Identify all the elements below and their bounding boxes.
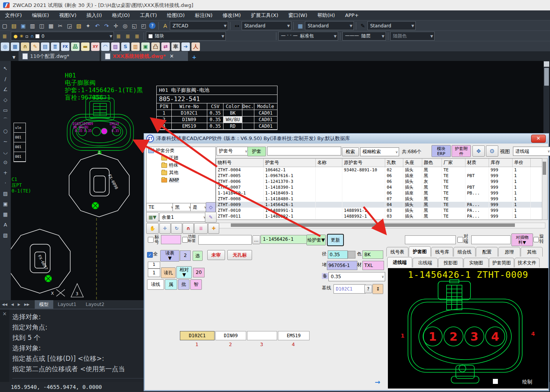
match-properties-icon[interactable]: ✦ [84, 22, 92, 30]
close-command-icon[interactable]: ✕ [3, 311, 7, 317]
module-erp-button[interactable]: 模块ERP [432, 145, 451, 157]
table-header-10[interactable]: 单价 [513, 159, 531, 167]
sheath-attachment-button[interactable]: 护套附件 [452, 145, 471, 157]
pink-list-button[interactable]: ≣ [194, 223, 208, 234]
rectangle-icon[interactable]: ▭ [1, 106, 10, 114]
function-field[interactable] [198, 235, 252, 245]
table-header-0[interactable]: 物料号 [216, 159, 264, 167]
menu-4[interactable]: 格式(O) [107, 12, 135, 19]
view-mode-select[interactable]: 进线端∨ [513, 147, 550, 156]
flag-select[interactable]: 是∨ [190, 203, 208, 211]
rotate-button[interactable]: ↻ [171, 223, 182, 234]
stamp-icon[interactable]: 凸 [151, 42, 160, 51]
pan-icon[interactable]: ✛ [112, 22, 120, 30]
attr-button[interactable]: 属 [165, 279, 177, 290]
first-layout-icon[interactable]: ◀◀ [0, 302, 9, 306]
opp-field-1[interactable] [405, 235, 456, 244]
new-icon[interactable]: ▢ [1, 22, 8, 30]
tree-item-特殊[interactable]: 特殊 [147, 162, 215, 169]
layer-lock-icon[interactable]: ∩ [30, 34, 34, 39]
update-button[interactable]: 更新 [327, 234, 344, 246]
tab-原理[interactable]: 原理 [498, 247, 520, 257]
print-preview-icon[interactable]: ◫ [38, 22, 46, 30]
layout-tab-Layout2[interactable]: Layout2 [81, 300, 109, 309]
layer-states-icon[interactable]: ≣ [133, 32, 141, 40]
point-icon[interactable]: · [1, 179, 10, 187]
tree-item-正翅[interactable]: 正翅 [147, 154, 215, 162]
draw-sheath-button[interactable]: 绘护套▼ [306, 235, 326, 245]
dialog-titlebar[interactable]: ZT 泽泰科技线束CAD/CAPP软件 (版本：V6.9.50) By(泽泰科技… [144, 133, 549, 144]
mtext-icon[interactable]: A [1, 220, 10, 229]
cart-icon[interactable]: 車 [171, 42, 180, 51]
next-page-arrow[interactable]: → [375, 378, 380, 386]
zoom-previous-icon[interactable]: ◰ [140, 22, 147, 30]
cut-icon[interactable]: ✂ [56, 22, 64, 30]
search-type-select[interactable]: 护套号∨ [217, 147, 249, 155]
table-row[interactable]: ZTHT-00111-1488992-11488992-103插头黑TEPA..… [216, 213, 542, 219]
lineweight-select[interactable]: ——— 随层▼ [342, 32, 386, 41]
xline-icon[interactable]: ∠ [1, 85, 10, 93]
pick-button[interactable]: 选 [193, 251, 203, 261]
diameter-field[interactable]: 0.35 [328, 250, 348, 259]
table-style-select[interactable]: Standard▼ [305, 21, 354, 30]
scroll-thumb[interactable] [544, 68, 549, 86]
tab-其他[interactable]: 其他 [521, 247, 543, 257]
layer-plot-icon[interactable]: ▫ [25, 34, 29, 39]
make-current-layer-icon[interactable]: ≣ [115, 32, 122, 40]
wire-cell-4[interactable]: EMS19 [278, 331, 310, 340]
tree-item-其他[interactable]: 其他 [147, 169, 215, 176]
wire-cell-3[interactable] [247, 331, 277, 340]
color-filter-select[interactable]: 黑∨ [173, 203, 192, 211]
gray-swatch[interactable] [348, 251, 355, 259]
doc-icon[interactable]: ▤ [41, 42, 49, 51]
form-icon[interactable]: ▥ [131, 42, 140, 51]
move-button[interactable]: ✛ [159, 223, 171, 234]
linetype-select[interactable]: — · · — 标准包▼ [278, 32, 338, 41]
layer-manager-icon[interactable]: ≣ [1, 32, 8, 40]
org-chart-icon[interactable]: 品 [71, 42, 80, 51]
layer-select[interactable]: ● ✳ ▫ ∩ 0 ▼ [11, 32, 114, 41]
tab-进线端[interactable]: 进线端 [387, 257, 412, 267]
table-header-7[interactable]: 厂家 [442, 159, 465, 167]
menu-7[interactable]: 标注(N) [190, 12, 218, 19]
open-icon[interactable]: ▤ [10, 22, 18, 30]
tab-配置[interactable]: 配置 [476, 247, 498, 257]
zoom-realtime-icon[interactable]: ◎ [121, 22, 129, 30]
save-icon[interactable]: ▣ [19, 22, 27, 30]
search-mode-select[interactable]: 模糊检索∨ [360, 147, 399, 156]
diamond-button[interactable]: ◇ [206, 202, 216, 212]
table-header-9[interactable]: 库存 [489, 159, 513, 167]
rotate-checkbox[interactable] [533, 237, 539, 242]
table-row[interactable]: ZTHT-00091-1456426-104插头黑TEPA...9991 [216, 202, 542, 208]
arc-icon[interactable]: ⌒ [1, 116, 10, 125]
pointer-icon[interactable]: ↖ [1, 64, 10, 73]
ruler-icon[interactable]: ▬ [81, 42, 90, 51]
table-row[interactable]: ZTHT-00081-1418480-107插头黑TE9991 [216, 196, 542, 202]
circle-icon[interactable]: ○ [1, 127, 10, 135]
mleader-style-select[interactable]: Standard▼ [367, 21, 416, 30]
table-header-8[interactable]: 材质 [465, 159, 489, 167]
swap-updown-button[interactable]: ↕ [372, 284, 383, 294]
polygon-icon[interactable]: ◇ [1, 95, 10, 104]
table-header-5[interactable]: 头座 [403, 159, 422, 167]
read-count-field[interactable]: 2 [180, 250, 191, 261]
tab-投影图[interactable]: 投影图 [438, 258, 463, 267]
gradient-icon[interactable]: ▧ [1, 231, 10, 239]
wire-cell-2[interactable]: DIN09 [215, 331, 246, 340]
paste-icon[interactable]: ▧ [75, 22, 83, 30]
table-filter-button[interactable]: ▦▼ [146, 212, 159, 222]
table-header-2[interactable]: 名称 [316, 159, 342, 167]
wirecolor-field[interactable]: BK [362, 250, 383, 259]
selected-part-field[interactable]: 1-1456426-1 [261, 235, 307, 244]
menu-5[interactable]: 工具(T) [135, 12, 162, 19]
tab-护套简图[interactable]: 护套简图 [489, 258, 514, 267]
menu-8[interactable]: 修改(M) [218, 12, 246, 19]
last-layout-icon[interactable]: ▶▶ [22, 302, 32, 306]
table-row[interactable]: ZTHT-00101-1488991-11488991-103插头黑TEPA..… [216, 208, 542, 213]
menu-1[interactable]: 编辑(E) [27, 12, 54, 19]
function-label-checkbox[interactable] [182, 237, 188, 243]
command-window[interactable]: ✕ 选择对象:指定对角点:找到 5 个选择对象:指定基点或 [位移(D)] <位… [0, 309, 144, 383]
close-tab-icon[interactable]: ✕ [169, 53, 174, 59]
puzzle-icon[interactable]: ❖ [472, 145, 485, 157]
mark-checkbox[interactable] [148, 237, 154, 243]
